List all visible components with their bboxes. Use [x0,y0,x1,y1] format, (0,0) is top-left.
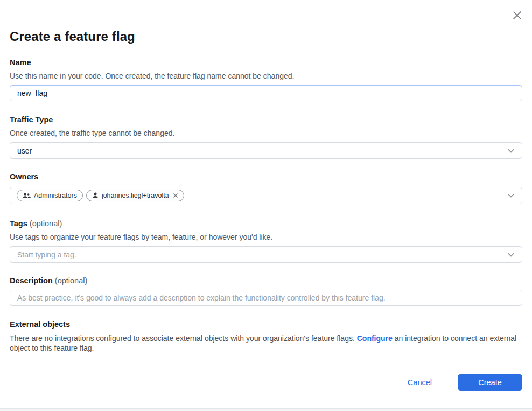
description-field-group: Description (optional) [10,276,522,306]
external-objects-section: External objects There are no integratio… [10,320,522,353]
dialog-footer: Cancel Create [10,374,522,391]
name-input-value: new_flag [17,89,47,97]
external-objects-label: External objects [10,320,522,329]
description-optional-suffix: (optional) [55,276,87,285]
tags-label-text: Tags [10,219,27,228]
owner-chip-label: johannes.liegl+travolta [102,192,169,199]
traffic-type-selected-value: user [17,147,32,155]
configure-link[interactable]: Configure [357,334,393,343]
remove-owner-icon[interactable] [173,193,178,198]
tags-field-group: Tags (optional) Use tags to organize you… [10,219,522,263]
tags-select[interactable]: Start typing a tag. [10,246,522,263]
tags-help-text: Use tags to organize your feature flags … [10,233,522,242]
name-input[interactable]: new_flag [10,85,522,101]
owner-chip-administrators: Administrators [17,190,83,201]
tags-optional-suffix: (optional) [30,219,62,228]
traffic-type-help-text: Once created, the traffic type cannot be… [10,129,522,138]
owner-chip-user: johannes.liegl+travolta [86,190,184,201]
tags-placeholder: Start typing a tag. [17,250,76,259]
chevron-down-icon [507,149,515,153]
name-help-text: Use this name in your code. Once created… [10,72,522,81]
owners-field-group: Owners Administrators johannes.liegl+tra… [10,172,522,204]
external-objects-text: There are no integrations configured to … [10,333,522,353]
description-label: Description (optional) [10,276,522,285]
name-label: Name [10,58,522,67]
close-button[interactable] [510,9,523,22]
tags-label: Tags (optional) [10,219,522,228]
create-button[interactable]: Create [458,374,522,391]
owners-label: Owners [10,172,522,181]
traffic-type-field-group: Traffic Type Once created, the traffic t… [10,115,522,159]
group-icon [23,192,31,199]
page-bottom-edge [0,408,532,411]
chevron-down-icon [507,253,515,257]
close-icon [512,10,523,21]
person-icon [92,192,99,199]
name-field-group: Name Use this name in your code. Once cr… [10,58,522,101]
chevron-down-icon [507,193,515,198]
dialog-title: Create a feature flag [10,0,522,44]
description-input[interactable] [10,290,522,306]
description-label-text: Description [10,276,53,285]
create-feature-flag-dialog: Create a feature flag Name Use this name… [0,0,532,411]
owner-chip-label: Administrators [34,192,77,199]
cancel-button[interactable]: Cancel [408,378,432,387]
text-cursor [48,89,48,97]
owners-multiselect[interactable]: Administrators johannes.liegl+travolta [10,187,522,204]
traffic-type-label: Traffic Type [10,115,522,124]
external-objects-text-before: There are no integrations configured to … [10,334,357,343]
traffic-type-select[interactable]: user [10,142,522,159]
